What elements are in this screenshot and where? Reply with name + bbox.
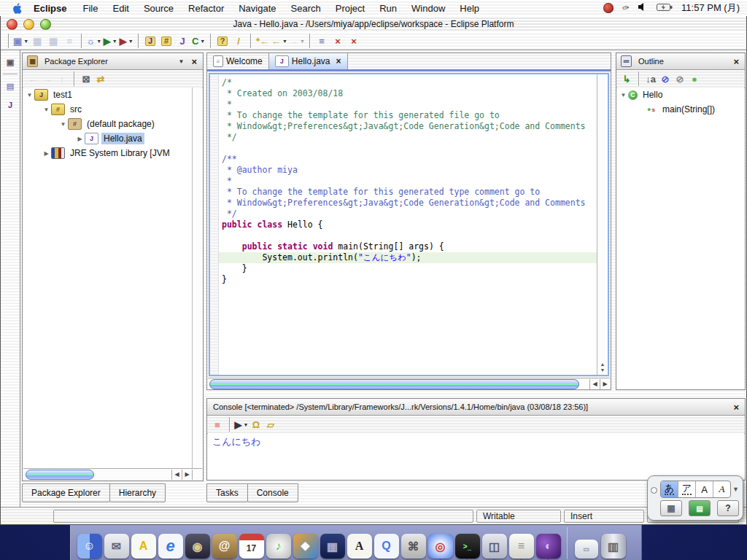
code-line[interactable]: * [222,99,597,110]
new-wizard-button[interactable]: ▣▼ [13,34,28,48]
delete-marker-button[interactable]: × [330,34,345,48]
scrollbar-arrows[interactable]: ◀▶ [171,469,192,480]
tree-item-src[interactable]: ▼#src [23,102,193,117]
open-perspective-button[interactable]: ▣ [3,55,18,69]
dock-item-aim[interactable]: A [130,534,157,559]
tasks-list-button[interactable]: ≡ [314,34,329,48]
classic-environment-icon[interactable] [603,3,614,13]
code-line[interactable]: } [222,274,597,285]
tab-package-explorer[interactable]: Package Explorer [22,483,110,502]
dropdown-arrow-icon[interactable]: ▼ [244,422,249,427]
minimized-window-icon[interactable]: ▭ [575,540,598,559]
console-output[interactable]: こんにちわ [208,433,744,479]
ime-mode-romaji[interactable]: A [696,481,713,497]
menu-file[interactable]: File [76,3,106,14]
code-line[interactable]: */ [222,209,597,219]
expander-open-icon[interactable]: ▼ [619,92,628,98]
hide-static-members-button[interactable]: ⊘ [673,71,687,86]
code-line[interactable]: */ [222,132,597,143]
dropdown-arrow-icon[interactable]: ▼ [282,39,287,44]
dock-item-sherlock[interactable]: ◉ [184,534,211,559]
save-button[interactable]: ▦ [30,34,44,48]
dock-item-trash[interactable]: ▥ [600,534,627,559]
finder-icon[interactable]: ☺ [77,534,102,559]
menu-help[interactable]: Help [452,3,487,14]
forward-button[interactable]: → [40,71,55,86]
dock-item-mail[interactable]: ✉ [103,534,130,559]
editor-annotation-ruler[interactable] [210,74,219,375]
dock-item-safari[interactable]: ◎▲ [427,534,454,559]
dock-item-ical[interactable]: 17 [238,534,265,559]
dock-item-preview[interactable]: ◫▲ [481,534,508,559]
palette-close-icon[interactable] [651,487,657,494]
dock-item-itunes[interactable]: ♪ [265,534,292,559]
quicktime-icon[interactable]: Q [374,534,399,559]
outline-close-button[interactable]: × [732,56,740,67]
collapse-all-button[interactable]: ⊠ [79,71,93,86]
dropdown-arrow-icon[interactable]: ▼ [23,39,28,44]
expander-open-icon[interactable]: ▼ [25,92,34,98]
java-editor[interactable]: /* * Created on 2003/08/18 * * To change… [209,73,609,376]
safari-icon[interactable]: ◎ [428,534,453,559]
menu-source[interactable]: Source [136,3,181,14]
delete-all-markers-button[interactable]: × [347,34,361,48]
dock-item-quicktime[interactable]: Q [373,534,400,559]
system-preferences-icon[interactable]: ⌘ [401,534,426,559]
scrollbar-arrows[interactable]: ▲▼ [597,362,608,373]
scrollbar-thumb[interactable] [209,379,579,389]
view-menu-icon[interactable]: ▼ [172,58,190,65]
iphoto-icon[interactable]: ❖ [293,534,318,559]
window-close-button[interactable] [7,19,18,30]
back-button[interactable]: ←▼ [271,34,287,48]
itunes-icon[interactable]: ♪ [266,534,291,559]
run-button[interactable]: ▶▼ [103,34,117,48]
address-book-icon[interactable]: @ [212,534,237,559]
menu-bar-clock[interactable]: 11:57 PM (月) [681,1,740,15]
window-minimize-button[interactable] [23,19,34,30]
clear-console-button[interactable]: ▱ [263,417,278,432]
dock-item-finder[interactable]: ☺▲ [76,534,103,559]
ime-mode-hiragana[interactable]: あ [661,481,678,497]
package-explorer-tree[interactable]: ▼Jtest1▼#src▼#(default package)▶JHello.j… [23,88,193,468]
package-explorer-title-bar[interactable]: ▦ Package Explorer ▼ × [23,53,203,70]
tree-item-jre-system-library-jvm[interactable]: ▶JRE System Library [JVM [23,146,193,160]
expander-closed-icon[interactable]: ▶ [75,136,85,142]
volume-icon[interactable] [638,2,648,14]
terminal-icon[interactable]: >_ [455,534,480,559]
tab-hello-java[interactable]: J Hello.java × [269,53,348,69]
dock-item-address-book[interactable]: @ [211,534,238,559]
outline-tree[interactable]: ▼CHellosmain(String[]) [617,88,744,389]
new-java-project-button[interactable]: J [143,34,158,48]
dock-item-appleworks[interactable]: A [346,534,373,559]
battery-icon[interactable] [657,3,673,14]
dock-item-internet-explorer[interactable]: e▲ [157,534,184,559]
hide-fields-button[interactable]: ⊘ [658,71,673,86]
scrollbar-arrows[interactable]: ◀▶ [589,378,610,389]
dock-item-terminal[interactable]: >_▲ [454,534,481,559]
tree-item-default-package[interactable]: ▼#(default package) [23,117,193,131]
expander-closed-icon[interactable]: ▶ [42,150,51,157]
menu-run[interactable]: Run [372,3,404,14]
eclipse-icon[interactable]: ◐ [536,534,561,559]
tab-hierarchy[interactable]: Hierarchy [109,483,166,502]
scroll-lock-button[interactable]: Ω [249,417,263,432]
dock-item-imovie[interactable]: ▦ [319,534,346,559]
menu-eclipse[interactable]: Eclipse [25,3,76,14]
package-explorer-vertical-scrollbar[interactable] [192,88,202,468]
imovie-icon[interactable]: ▦ [320,534,345,559]
aim-icon[interactable]: A [131,534,156,559]
package-explorer-horizontal-scrollbar[interactable]: ◀▶ [23,468,202,480]
code-line[interactable]: * Created on 2003/08/18 [222,88,597,99]
internet-explorer-icon[interactable]: e [158,534,183,559]
dock-item-iphoto[interactable]: ❖ [292,534,319,559]
code-text[interactable]: /* * Created on 2003/08/18 * * To change… [219,74,597,375]
console-close-button[interactable]: × [732,402,740,413]
menu-project[interactable]: Project [328,3,372,14]
window-title-bar[interactable]: Java - Hello.java - /Users/miya/app/ecli… [1,16,746,33]
code-line[interactable]: * Window&gt;Preferences&gt;Java&gt;Code … [222,198,597,209]
dropdown-arrow-icon[interactable]: ▼ [200,39,205,44]
new-package-button[interactable]: # [159,34,174,48]
dropdown-arrow-icon[interactable]: ▼ [300,39,305,44]
trash-icon[interactable]: ▥ [601,534,626,559]
editor-vertical-scrollbar[interactable]: ▲▼ [597,74,608,375]
